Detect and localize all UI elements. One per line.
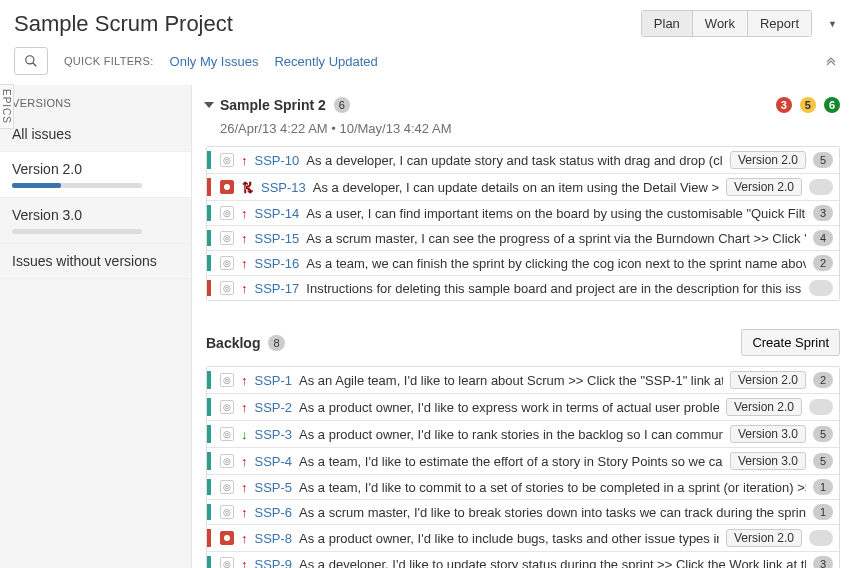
issue-key-link[interactable]: SSP-2 [255, 400, 293, 415]
bug-icon [220, 531, 234, 545]
settings-button[interactable]: ▼ [820, 16, 836, 32]
issue-row[interactable]: ◎↑SSP-1As an Agile team, I'd like to lea… [207, 367, 839, 394]
search-button[interactable] [14, 47, 48, 75]
issue-key-link[interactable]: SSP-9 [255, 557, 293, 569]
issue-key-link[interactable]: SSP-8 [255, 531, 293, 546]
expand-toggle[interactable] [826, 56, 836, 66]
issue-key-link[interactable]: SSP-4 [255, 454, 293, 469]
issue-row[interactable]: ◎↑SSP-6As a scrum master, I'd like to br… [207, 500, 839, 525]
work-button[interactable]: Work [693, 11, 748, 36]
priority-icon: ↑ [241, 454, 248, 469]
issue-key-link[interactable]: SSP-10 [255, 153, 300, 168]
story-icon: ◎ [220, 480, 234, 494]
status-todo-count: 3 [776, 97, 792, 113]
filter-only-my-issues[interactable]: Only My Issues [170, 54, 259, 69]
issue-summary: As a team, I'd like to estimate the effo… [299, 454, 723, 469]
sidebar-item-1[interactable]: Version 2.0 [0, 152, 191, 198]
issue-row[interactable]: ↑SSP-8As a product owner, I'd like to in… [207, 525, 839, 552]
sprint-dates: 26/Apr/13 4:22 AM • 10/May/13 4:42 AM [206, 117, 840, 146]
story-icon: ◎ [220, 505, 234, 519]
sidebar-item-0[interactable]: All issues [0, 117, 191, 152]
story-icon: ◎ [220, 231, 234, 245]
issue-key-link[interactable]: SSP-14 [255, 206, 300, 221]
issue-stripe [207, 529, 211, 547]
version-tag[interactable]: Version 2.0 [726, 529, 802, 547]
issue-summary: As a team, I'd like to commit to a set o… [299, 480, 806, 495]
issue-row[interactable]: ◎↑SSP-10As a developer, I can update sto… [207, 147, 839, 174]
story-icon: ◎ [220, 281, 234, 295]
issue-stripe [207, 205, 211, 221]
sprint-collapse-toggle[interactable] [204, 102, 214, 108]
issue-summary: As a scrum master, I'd like to break sto… [299, 505, 806, 520]
issue-row[interactable]: ◎↓SSP-3As a product owner, I'd like to r… [207, 421, 839, 448]
estimate-pill: 5 [813, 426, 833, 442]
version-tag[interactable]: Version 2.0 [726, 178, 802, 196]
issue-row[interactable]: ◎↑SSP-15As a scrum master, I can see the… [207, 226, 839, 251]
issue-row[interactable]: ◎↑SSP-5As a team, I'd like to commit to … [207, 475, 839, 500]
issue-stripe [207, 255, 211, 271]
priority-icon: ↑ [241, 231, 248, 246]
issue-row[interactable]: ◎↑SSP-14As a user, I can find important … [207, 201, 839, 226]
estimate-pill [809, 399, 833, 415]
sprint-issue-count: 6 [334, 97, 350, 113]
issue-row[interactable]: ◎↑SSP-17Instructions for deleting this s… [207, 276, 839, 300]
issue-key-link[interactable]: SSP-15 [255, 231, 300, 246]
estimate-pill [809, 530, 833, 546]
issue-summary: As a developer, I'd like to update story… [299, 557, 806, 569]
bug-icon [220, 180, 234, 194]
estimate-pill: 3 [813, 556, 833, 568]
story-icon: ◎ [220, 153, 234, 167]
issue-key-link[interactable]: SSP-5 [255, 480, 293, 495]
version-progress [12, 183, 142, 188]
version-tag[interactable]: Version 3.0 [730, 425, 806, 443]
estimate-pill: 5 [813, 152, 833, 168]
versions-sidebar: VERSIONS All issuesVersion 2.0Version 3.… [0, 85, 192, 568]
report-button[interactable]: Report [748, 11, 811, 36]
story-icon: ◎ [220, 256, 234, 270]
estimate-pill: 1 [813, 479, 833, 495]
sprint-name: Sample Sprint 2 [220, 97, 326, 113]
issue-stripe [207, 280, 211, 296]
estimate-pill [809, 179, 833, 195]
issue-stripe [207, 371, 211, 389]
version-tag[interactable]: Version 2.0 [730, 371, 806, 389]
filter-recently-updated[interactable]: Recently Updated [274, 54, 377, 69]
estimate-pill: 2 [813, 372, 833, 388]
issue-key-link[interactable]: SSP-6 [255, 505, 293, 520]
issue-key-link[interactable]: SSP-13 [261, 180, 306, 195]
issue-row[interactable]: ◎↑SSP-16As a team, we can finish the spr… [207, 251, 839, 276]
priority-icon: ↑ [241, 206, 248, 221]
issue-stripe [207, 504, 211, 520]
estimate-pill: 4 [813, 230, 833, 246]
issue-row[interactable]: ◎↑SSP-2As a product owner, I'd like to e… [207, 394, 839, 421]
sidebar-item-label: Version 3.0 [12, 207, 179, 223]
priority-icon: ↑ [241, 373, 248, 388]
issue-row[interactable]: ⛕SSP-13As a developer, I can update deta… [207, 174, 839, 201]
issue-stripe [207, 452, 211, 470]
version-tag[interactable]: Version 2.0 [726, 398, 802, 416]
issue-key-link[interactable]: SSP-17 [255, 281, 300, 296]
main-content: Sample Sprint 2 6 3 5 6 26/Apr/13 4:22 A… [192, 85, 850, 568]
issue-row[interactable]: ◎↑SSP-4As a team, I'd like to estimate t… [207, 448, 839, 475]
create-sprint-button[interactable]: Create Sprint [741, 329, 840, 356]
issue-summary: As a user, I can find important items on… [306, 206, 806, 221]
backlog-issue-list: ◎↑SSP-1As an Agile team, I'd like to lea… [206, 366, 840, 568]
sidebar-item-label: Version 2.0 [12, 161, 179, 177]
version-tag[interactable]: Version 3.0 [730, 452, 806, 470]
issue-summary: As a product owner, I'd like to include … [299, 531, 719, 546]
version-tag[interactable]: Version 2.0 [730, 151, 806, 169]
issue-key-link[interactable]: SSP-16 [255, 256, 300, 271]
issue-stripe [207, 425, 211, 443]
priority-icon: ↑ [241, 256, 248, 271]
status-done-count: 6 [824, 97, 840, 113]
sidebar-item-2[interactable]: Version 3.0 [0, 198, 191, 244]
sidebar-item-3[interactable]: Issues without versions [0, 244, 191, 279]
issue-row[interactable]: ◎↑SSP-9As a developer, I'd like to updat… [207, 552, 839, 568]
issue-key-link[interactable]: SSP-1 [255, 373, 293, 388]
story-icon: ◎ [220, 373, 234, 387]
issue-key-link[interactable]: SSP-3 [255, 427, 293, 442]
sidebar-item-label: Issues without versions [12, 253, 179, 269]
priority-icon: ↑ [241, 480, 248, 495]
estimate-pill: 1 [813, 504, 833, 520]
plan-button[interactable]: Plan [642, 11, 693, 36]
